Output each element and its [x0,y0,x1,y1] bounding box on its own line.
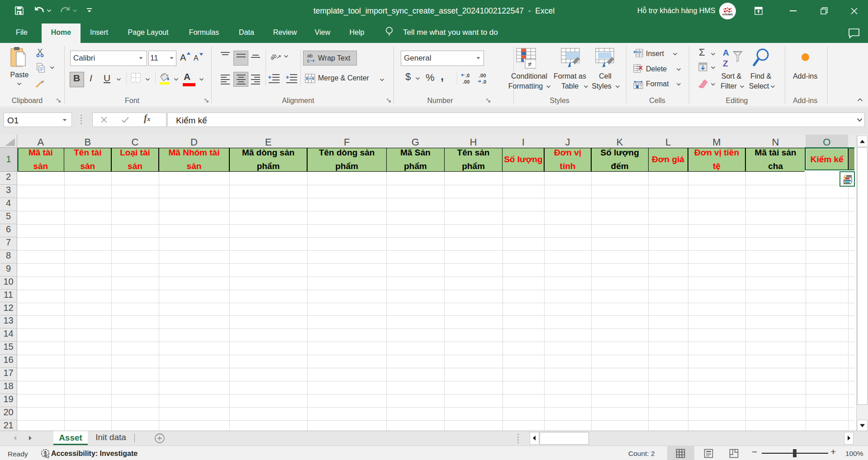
svg-text:.00: .00 [479,73,486,78]
svg-text:.00: .00 [463,79,470,84]
svg-text:VinHMS: VinHMS [722,13,733,16]
svg-text:Z: Z [723,59,728,68]
svg-text:≠: ≠ [528,60,531,68]
svg-text:ab: ab [270,52,278,61]
svg-text:.0: .0 [465,73,470,78]
svg-text:A: A [723,48,729,57]
svg-text:.0: .0 [482,79,486,84]
svg-text:c: c [307,58,310,63]
